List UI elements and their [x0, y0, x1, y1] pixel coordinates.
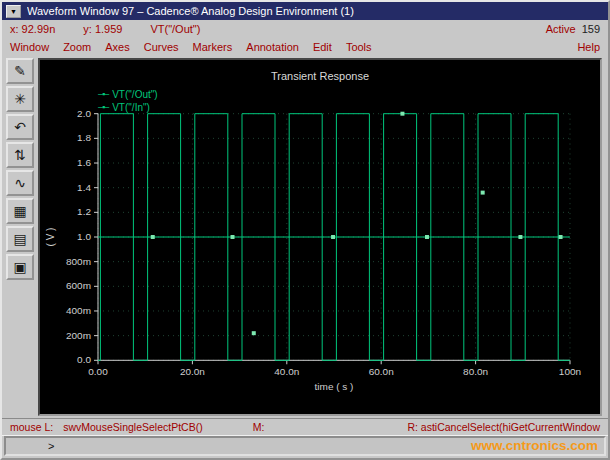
- svg-text:60.0n: 60.0n: [369, 366, 394, 377]
- svg-text:1.0: 1.0: [77, 231, 91, 242]
- zoom-fit-button[interactable]: ✳: [6, 86, 34, 112]
- prompt-chevron: >: [48, 440, 54, 452]
- command-prompt-row[interactable]: >: [4, 436, 606, 456]
- svg-text:1.4: 1.4: [77, 182, 91, 193]
- edit-trace-button[interactable]: ∿: [6, 170, 34, 196]
- menu-curves[interactable]: Curves: [144, 41, 179, 53]
- legend-label-out: VT("/Out"): [112, 88, 157, 101]
- svg-text:600m: 600m: [66, 280, 91, 291]
- mouse-left-binding: swvMouseSingleSelectPtCB(): [63, 421, 202, 433]
- menu-edit[interactable]: Edit: [313, 41, 332, 53]
- menu-tools[interactable]: Tools: [346, 41, 372, 53]
- selected-trace-readout: VT("/Out"): [150, 23, 200, 35]
- main-area: ✎ ✳ ↶ ⇅ ∿ ▦ ▤ ▣: [2, 56, 608, 418]
- mouse-middle-label: M:: [253, 421, 265, 433]
- legend-item-out[interactable]: –▪– VT("/Out"): [98, 88, 158, 101]
- annotate-pen-button[interactable]: ✎: [6, 58, 34, 84]
- data-table-icon: ▦: [13, 203, 26, 219]
- trace-marker-icon: –▪–: [98, 101, 108, 114]
- legend-label-in: VT("/In"): [112, 101, 150, 114]
- y-coordinate-readout: y: 1.959: [83, 23, 122, 35]
- svg-text:0.00: 0.00: [88, 366, 108, 377]
- annotate-pen-icon: ✎: [14, 63, 26, 79]
- svg-text:400m: 400m: [66, 305, 91, 316]
- svg-text:40.0n: 40.0n: [274, 366, 299, 377]
- subwindow-button[interactable]: ▣: [6, 254, 34, 280]
- svg-text:800m: 800m: [66, 256, 91, 267]
- svg-text:0.0: 0.0: [77, 354, 91, 365]
- vertical-marker-button[interactable]: ⇅: [6, 142, 34, 168]
- active-count: 159: [582, 23, 600, 35]
- svg-text:1.8: 1.8: [77, 132, 91, 143]
- trace-marker-icon: –▪–: [98, 88, 108, 101]
- menu-help[interactable]: Help: [577, 41, 600, 53]
- plot-wrapper: 2.01.81.61.41.21.0800m600m400m200m0.00.0…: [38, 56, 608, 418]
- previous-view-icon: ↶: [14, 119, 26, 135]
- menu-zoom[interactable]: Zoom: [63, 41, 91, 53]
- waveform-window: ▼ Waveform Window 97 – Cadence® Analog D…: [0, 0, 610, 460]
- chevron-down-icon: ▼: [10, 8, 17, 15]
- svg-text:( V ): ( V ): [45, 228, 56, 247]
- menu-bar: Window Zoom Axes Curves Markers Annotati…: [2, 37, 608, 56]
- coordinate-readout-row: x: 92.99n y: 1.959 VT("/Out") Active 159: [2, 20, 608, 37]
- menu-window[interactable]: Window: [10, 41, 49, 53]
- svg-text:time ( s ): time ( s ): [315, 381, 354, 392]
- mouse-left-label: mouse L:: [10, 421, 53, 433]
- edit-trace-icon: ∿: [14, 175, 26, 191]
- strip-chart-icon: ▤: [13, 231, 26, 247]
- previous-view-button[interactable]: ↶: [6, 114, 34, 140]
- plot-legend: –▪– VT("/Out") –▪– VT("/In"): [98, 88, 158, 114]
- vertical-marker-icon: ⇅: [14, 147, 26, 163]
- title-bar[interactable]: ▼ Waveform Window 97 – Cadence® Analog D…: [2, 2, 608, 20]
- menu-markers[interactable]: Markers: [193, 41, 233, 53]
- window-menu-button[interactable]: ▼: [6, 5, 21, 18]
- strip-chart-button[interactable]: ▤: [6, 226, 34, 252]
- window-title: Waveform Window 97 – Cadence® Analog Des…: [27, 5, 354, 17]
- active-label: Active: [546, 23, 576, 35]
- menu-annotation[interactable]: Annotation: [246, 41, 299, 53]
- mouse-bindings-status-bar: mouse L: swvMouseSingleSelectPtCB() M: R…: [2, 418, 608, 436]
- plot-area[interactable]: 2.01.81.61.41.21.0800m600m400m200m0.00.0…: [38, 58, 602, 416]
- data-table-button[interactable]: ▦: [6, 198, 34, 224]
- zoom-fit-icon: ✳: [14, 91, 26, 107]
- svg-text:80.0n: 80.0n: [463, 366, 488, 377]
- subwindow-icon: ▣: [13, 259, 26, 275]
- svg-text:100n: 100n: [559, 366, 581, 377]
- svg-text:200m: 200m: [66, 330, 91, 341]
- legend-item-in[interactable]: –▪– VT("/In"): [98, 101, 158, 114]
- x-coordinate-readout: x: 92.99n: [10, 23, 55, 35]
- svg-text:20.0n: 20.0n: [180, 366, 205, 377]
- svg-text:1.6: 1.6: [77, 157, 91, 168]
- mouse-right-binding: R: astiCancelSelect(hiGetCurrentWindow: [407, 421, 600, 433]
- svg-text:2.0: 2.0: [77, 108, 91, 119]
- menu-axes[interactable]: Axes: [105, 41, 129, 53]
- plot-title: Transient Response: [40, 70, 600, 82]
- left-toolbar: ✎ ✳ ↶ ⇅ ∿ ▦ ▤ ▣: [2, 56, 38, 418]
- svg-text:1.2: 1.2: [77, 206, 91, 217]
